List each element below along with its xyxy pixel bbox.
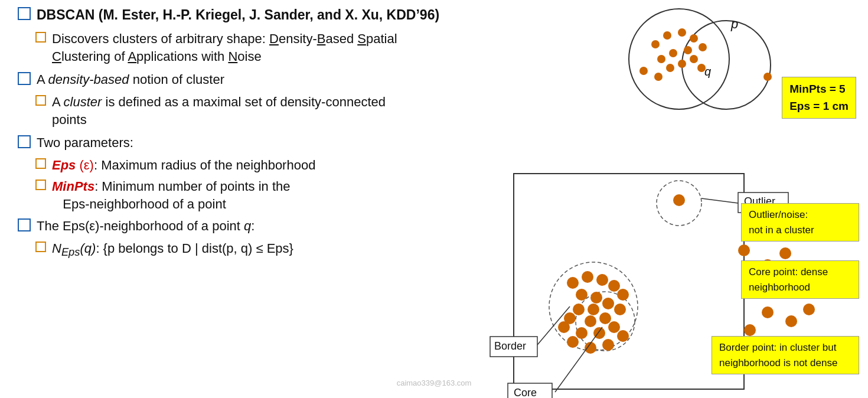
blue-bullet-icon	[18, 7, 31, 20]
svg-point-9	[684, 46, 692, 54]
density-notion-text: A density-based notion of cluster	[37, 71, 224, 89]
core-point-box: Core point: denseneighborhood	[741, 260, 859, 299]
svg-point-14	[654, 73, 663, 81]
svg-point-6	[699, 43, 707, 51]
yellow-params-box: MinPts = 5 Eps = 1 cm	[782, 77, 856, 119]
svg-point-17	[697, 64, 706, 72]
svg-rect-19	[514, 174, 744, 389]
minpts-text: MinPts: Minimum number of points in the …	[52, 178, 291, 213]
outlier-noise-label: Outlier/noise:not in a cluster	[749, 209, 814, 236]
svg-point-45	[602, 339, 614, 351]
svg-point-5	[690, 34, 698, 43]
svg-point-62	[785, 315, 797, 327]
list-item: MinPts: Minimum number of points in the …	[35, 178, 466, 213]
svg-text:Core: Core	[514, 387, 537, 398]
svg-point-43	[576, 327, 588, 339]
watermark: caimao339@163.com	[397, 379, 472, 387]
list-item: The Eps(ε)-neighborhood of a point q:	[18, 217, 466, 235]
border-point-label: Border point: in cluster butneighborhood…	[719, 342, 837, 368]
dbscan-title: DBSCAN (M. Ester, H.-P. Kriegel, J. Sand…	[37, 6, 439, 24]
svg-line-22	[701, 198, 738, 203]
svg-point-8	[669, 49, 677, 57]
minpts-label: MinPts = 5	[789, 81, 849, 98]
eps-text: Eps (ε): Maximum radius of the neighborh…	[52, 156, 315, 174]
list-item: Two parameters:	[18, 134, 466, 152]
svg-point-34	[602, 298, 614, 309]
svg-point-27	[567, 277, 579, 289]
orange-bullet-icon	[35, 32, 46, 43]
svg-point-7	[657, 55, 665, 63]
svg-point-0	[629, 9, 729, 109]
svg-point-4	[678, 28, 686, 37]
svg-point-30	[608, 280, 620, 292]
neps-formula-text: NEps(q): {p belongs to D | dist(p, q) ≤ …	[52, 240, 293, 260]
right-diagram: p q MinPts = 5 Eps = 1 cm Outlier	[484, 0, 862, 398]
svg-point-63	[762, 306, 774, 318]
svg-point-28	[582, 271, 593, 283]
list-item: NEps(q): {p belongs to D | dist(p, q) ≤ …	[35, 240, 466, 260]
top-circles-diagram: p q	[608, 0, 791, 121]
svg-point-36	[588, 304, 599, 315]
blue-bullet-icon	[18, 72, 31, 85]
svg-point-44	[617, 330, 629, 342]
list-item: DBSCAN (M. Ester, H.-P. Kriegel, J. Sand…	[18, 6, 466, 24]
list-item: Eps (ε): Maximum radius of the neighborh…	[35, 156, 466, 174]
orange-bullet-icon	[35, 242, 46, 252]
list-item: A density-based notion of cluster	[18, 71, 466, 89]
svg-point-11	[678, 60, 686, 68]
svg-point-48	[558, 321, 570, 333]
svg-point-2	[651, 40, 660, 48]
orange-bullet-icon	[35, 180, 46, 190]
svg-point-13	[639, 67, 648, 75]
outlier-noise-box: Outlier/noise:not in a cluster	[741, 203, 859, 242]
svg-point-38	[599, 312, 611, 324]
svg-text:Border: Border	[494, 340, 526, 352]
svg-point-35	[614, 304, 626, 315]
discovers-text: Discovers clusters of arbitrary shape: D…	[52, 30, 397, 65]
svg-point-29	[596, 274, 608, 286]
eps-neighborhood-text: The Eps(ε)-neighborhood of a point q:	[37, 217, 254, 235]
svg-point-41	[608, 321, 620, 333]
svg-point-47	[567, 336, 579, 348]
svg-point-37	[573, 304, 585, 315]
core-point-label: Core point: denseneighborhood	[749, 266, 828, 293]
svg-point-57	[779, 247, 791, 259]
blue-bullet-icon	[18, 135, 31, 148]
svg-point-33	[590, 292, 602, 304]
svg-point-3	[663, 31, 671, 40]
svg-point-18	[763, 73, 772, 81]
svg-point-1	[682, 21, 771, 109]
svg-point-64	[744, 324, 756, 336]
svg-point-55	[738, 244, 750, 256]
svg-point-21	[673, 194, 685, 206]
eps-label: Eps = 1 cm	[789, 98, 849, 115]
list-item: Discovers clusters of arbitrary shape: D…	[35, 30, 466, 65]
left-content: DBSCAN (M. Ester, H.-P. Kriegel, J. Sand…	[18, 6, 466, 263]
cluster-defined-text: A cluster is defined as a maximal set of…	[52, 93, 386, 128]
svg-point-12	[690, 55, 698, 63]
slide: DBSCAN (M. Ester, H.-P. Kriegel, J. Sand…	[0, 0, 868, 398]
list-item: A cluster is defined as a maximal set of…	[35, 93, 466, 128]
svg-point-32	[576, 289, 588, 301]
svg-text:p: p	[730, 17, 738, 31]
svg-point-61	[803, 304, 815, 315]
blue-bullet-icon	[18, 218, 31, 231]
svg-point-10	[666, 64, 674, 72]
orange-bullet-icon	[35, 95, 46, 106]
border-point-box: Border point: in cluster butneighborhood…	[712, 336, 859, 374]
orange-bullet-icon	[35, 158, 46, 169]
svg-point-31	[617, 289, 629, 301]
svg-point-39	[585, 315, 596, 327]
two-params-text: Two parameters:	[37, 134, 133, 152]
